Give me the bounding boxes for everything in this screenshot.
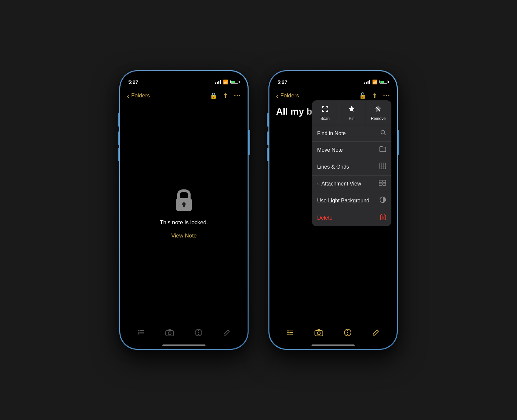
menu-top-actions: Scan Pin [312, 100, 391, 125]
scan-icon [321, 105, 329, 115]
signal-bars-2 [364, 80, 370, 84]
attachment-view-icon [379, 180, 386, 187]
menu-delete[interactable]: Delete [312, 209, 391, 226]
grid-icon [379, 163, 386, 171]
phone-2: 5:27 📶 [268, 70, 398, 350]
battery-icon-1 [230, 80, 240, 84]
svg-point-3 [138, 330, 140, 331]
svg-rect-23 [327, 110, 328, 112]
svg-point-46 [287, 330, 289, 332]
svg-rect-49 [289, 332, 293, 333]
svg-rect-6 [140, 332, 144, 333]
svg-point-50 [287, 334, 289, 335]
menu-move-note[interactable]: Move Note [312, 142, 391, 158]
status-time-2: 5:27 [277, 79, 287, 85]
svg-rect-47 [289, 331, 293, 331]
nav-actions-2: 🔓 ⬆ ··· [359, 91, 390, 100]
compass-icon-1[interactable] [195, 329, 202, 338]
compose-icon-2[interactable] [372, 329, 380, 338]
view-note-button[interactable]: View Note [171, 233, 197, 239]
svg-point-56 [347, 332, 348, 333]
svg-rect-17 [322, 106, 323, 108]
phone-1: 5:27 📶 [119, 70, 249, 350]
folder-icon [379, 146, 386, 154]
menu-remove-action[interactable]: Remove [365, 100, 391, 125]
home-indicator-2 [312, 344, 355, 346]
circle-half-icon [379, 196, 386, 205]
svg-rect-28 [380, 163, 386, 169]
svg-point-48 [287, 332, 289, 333]
menu-pin-action[interactable]: Pin [338, 100, 365, 125]
back-chevron-icon-1: ‹ [127, 92, 129, 100]
scan-label: Scan [320, 116, 329, 121]
compose-icon-1[interactable] [223, 329, 231, 338]
checklist-icon-1[interactable] [137, 328, 145, 338]
lock-icon-1[interactable]: 🔒 [210, 92, 217, 99]
use-light-background-label: Use Light Background [317, 198, 369, 204]
svg-rect-24 [322, 109, 328, 109]
locked-content: This note is locked. View Note [120, 104, 248, 321]
svg-rect-19 [327, 106, 328, 108]
back-label-1: Folders [131, 92, 150, 99]
locked-message: This note is locked. [160, 219, 208, 226]
remove-label: Remove [371, 116, 386, 121]
share-icon-2[interactable]: ⬆ [372, 92, 377, 99]
status-right-1: 📶 [215, 79, 240, 84]
compass-icon-2[interactable] [344, 329, 352, 338]
menu-use-light-background[interactable]: Use Light Background [312, 192, 391, 209]
status-right-2: 📶 [364, 79, 389, 84]
nav-back-2[interactable]: ‹ Folders [276, 92, 299, 100]
svg-rect-4 [140, 330, 144, 331]
menu-find-in-note[interactable]: Find in Note [312, 125, 391, 142]
menu-attachment-view[interactable]: › Attachment View [312, 176, 391, 192]
unlock-icon-2[interactable]: 🔓 [359, 92, 366, 99]
svg-rect-42 [381, 214, 385, 215]
wifi-icon-2: 📶 [372, 79, 377, 84]
dropdown-menu: Scan Pin [312, 100, 391, 226]
lines-grids-label: Lines & Grids [317, 164, 349, 170]
remove-icon [374, 105, 382, 115]
signal-bars-1 [215, 80, 221, 84]
wifi-icon-1: 📶 [223, 79, 228, 84]
more-icon-2[interactable]: ··· [383, 91, 390, 100]
svg-rect-9 [166, 331, 174, 336]
status-time-1: 5:27 [128, 79, 138, 85]
pin-label: Pin [349, 116, 354, 121]
home-indicator-1 [162, 344, 205, 346]
svg-rect-35 [379, 183, 382, 185]
find-in-note-label: Find in Note [317, 131, 346, 136]
pin-icon [348, 105, 356, 115]
attachment-view-label: Attachment View [321, 181, 361, 187]
menu-lines-grids[interactable]: Lines & Grids [312, 158, 391, 176]
svg-rect-34 [383, 180, 386, 183]
svg-point-7 [138, 333, 140, 335]
back-label-2: Folders [280, 92, 299, 99]
camera-icon-1[interactable] [165, 329, 174, 338]
svg-rect-21 [322, 110, 323, 112]
svg-rect-54 [317, 329, 320, 331]
battery-icon-2 [379, 80, 389, 84]
svg-point-53 [317, 332, 320, 335]
attachment-view-chevron: › [317, 181, 319, 186]
dynamic-island-2 [313, 75, 353, 86]
menu-scan-action[interactable]: Scan [312, 100, 338, 125]
svg-rect-52 [315, 331, 323, 336]
nav-back-1[interactable]: ‹ Folders [127, 92, 150, 100]
delete-label: Delete [317, 215, 332, 221]
svg-rect-11 [168, 329, 171, 331]
more-icon-1[interactable]: ··· [234, 91, 241, 100]
lock-large-icon [172, 185, 196, 214]
back-chevron-icon-2: ‹ [276, 92, 278, 100]
svg-point-13 [198, 332, 199, 333]
search-icon [380, 130, 386, 137]
svg-rect-33 [379, 180, 382, 183]
svg-rect-51 [289, 334, 293, 335]
bottom-toolbar-1 [120, 321, 248, 344]
camera-icon-2[interactable] [315, 329, 323, 338]
bottom-toolbar-2 [269, 321, 397, 344]
checklist-icon-2[interactable] [286, 329, 294, 338]
nav-actions-1: 🔒 ⬆ ··· [210, 91, 241, 100]
svg-rect-2 [183, 204, 185, 207]
dynamic-island [164, 75, 204, 86]
share-icon-1[interactable]: ⬆ [223, 92, 228, 99]
